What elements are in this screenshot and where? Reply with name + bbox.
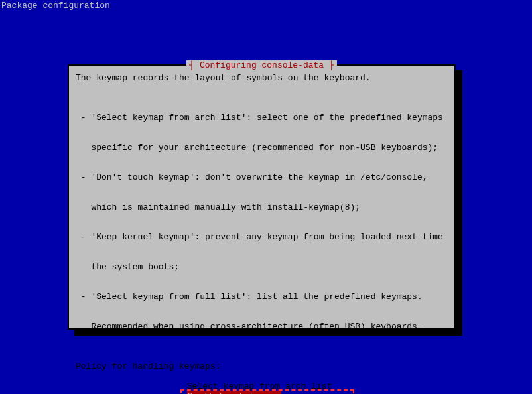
page-header: Package configuration: [1, 1, 110, 11]
desc-line: Recommended when using cross-architectur…: [76, 322, 448, 332]
dialog-description: - 'Select keymap from arch list': select…: [76, 93, 448, 352]
desc-line: - 'Select keymap from full list': list a…: [76, 292, 448, 302]
config-dialog: ┤ Configuring console-data ├ The keymap …: [68, 64, 456, 330]
desc-line: specific for your architecture (recommen…: [76, 143, 448, 153]
desc-line: the system boots;: [76, 262, 448, 272]
option-dont-touch[interactable]: Don't touch keymap: [187, 391, 281, 394]
desc-line: - 'Select keymap from arch list': select…: [76, 113, 448, 123]
desc-line: - 'Don't touch keymap': don't overwrite …: [76, 172, 448, 182]
dialog-intro: The keymap records the layout of symbols…: [76, 73, 448, 83]
policy-prompt: Policy for handling keymaps:: [76, 361, 448, 371]
dialog-title-row: ┤ Configuring console-data ├: [76, 60, 448, 70]
option-arch-list[interactable]: Select keymap from arch list: [187, 381, 448, 391]
desc-line: which is maintained manually with instal…: [76, 202, 448, 212]
keymap-options: Select keymap from arch list Don't touch…: [187, 381, 448, 394]
desc-line: - 'Keep kernel keymap': prevent any keym…: [76, 232, 448, 242]
dialog-title: ┤ Configuring console-data ├: [186, 60, 336, 70]
